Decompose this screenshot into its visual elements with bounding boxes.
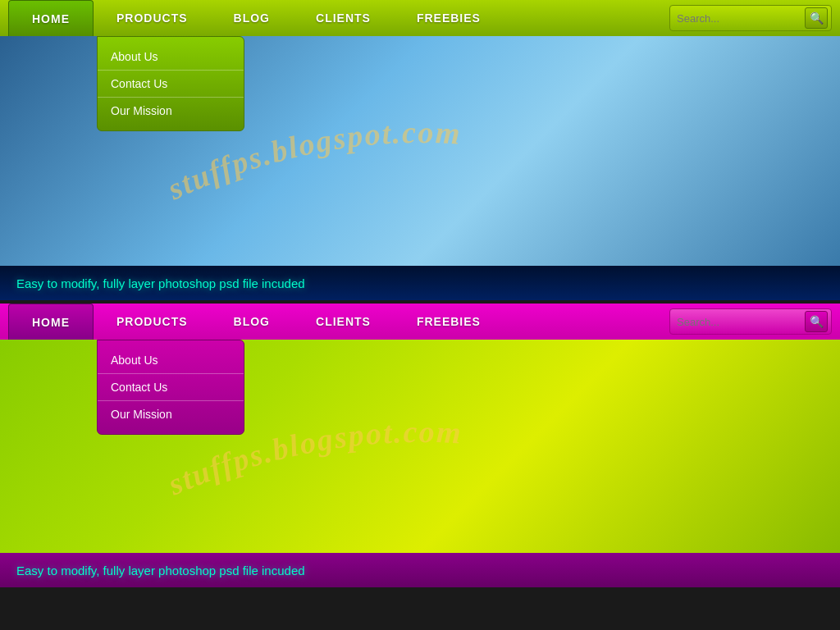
nav-item-products-top[interactable]: PRODUCTS (94, 0, 211, 36)
search-box-top: 🔍 (669, 5, 832, 31)
search-input-bottom[interactable] (673, 316, 805, 328)
search-icon-top: 🔍 (810, 11, 824, 25)
footer-bar-bottom: Easy to modify, fully layer photoshop ps… (0, 553, 840, 587)
search-box-bottom: 🔍 (669, 308, 832, 335)
search-button-top[interactable]: 🔍 (805, 7, 828, 29)
search-button-bottom[interactable]: 🔍 (805, 311, 828, 332)
bottom-section: HOME PRODUCTS BLOG CLIENTS FREEBIES 🔍 Ab… (0, 304, 840, 587)
dropdown-magenta: About Us Contact Us Our Mission (97, 340, 244, 435)
dropdown-green: About Us Contact Us Our Mission (97, 36, 244, 131)
nav-item-freebies-bottom[interactable]: FREEBIES (394, 304, 504, 340)
dropdown-contact-us-bottom[interactable]: Contact Us (98, 374, 244, 401)
nav-item-clients-bottom[interactable]: CLIENTS (293, 304, 394, 340)
footer-bar-top: Easy to modify, fully layer photoshop ps… (0, 266, 840, 300)
footer-text-bottom: Easy to modify, fully layer photoshop ps… (16, 564, 305, 578)
dropdown-contact-us-top[interactable]: Contact Us (98, 71, 244, 98)
search-icon-bottom: 🔍 (810, 315, 824, 328)
nav-item-products-bottom[interactable]: PRODUCTS (94, 304, 211, 340)
top-section: HOME PRODUCTS BLOG CLIENTS FREEBIES 🔍 Ab… (0, 0, 840, 300)
dropdown-our-mission-bottom[interactable]: Our Mission (98, 401, 244, 427)
nav-item-home-top[interactable]: HOME (8, 0, 94, 36)
nav-item-clients-top[interactable]: CLIENTS (293, 0, 394, 36)
dropdown-about-us-top[interactable]: About Us (98, 43, 244, 71)
navbar-green: HOME PRODUCTS BLOG CLIENTS FREEBIES 🔍 (0, 0, 840, 36)
nav-item-blog-bottom[interactable]: BLOG (211, 304, 293, 340)
dropdown-about-us-bottom[interactable]: About Us (98, 347, 244, 374)
search-input-top[interactable] (673, 12, 805, 25)
nav-item-blog-top[interactable]: BLOG (211, 0, 293, 36)
dropdown-our-mission-top[interactable]: Our Mission (98, 98, 244, 124)
footer-text-top: Easy to modify, fully layer photoshop ps… (16, 276, 305, 290)
navbar-magenta: HOME PRODUCTS BLOG CLIENTS FREEBIES 🔍 (0, 304, 840, 340)
nav-item-home-bottom[interactable]: HOME (8, 304, 94, 340)
nav-item-freebies-top[interactable]: FREEBIES (394, 0, 504, 36)
